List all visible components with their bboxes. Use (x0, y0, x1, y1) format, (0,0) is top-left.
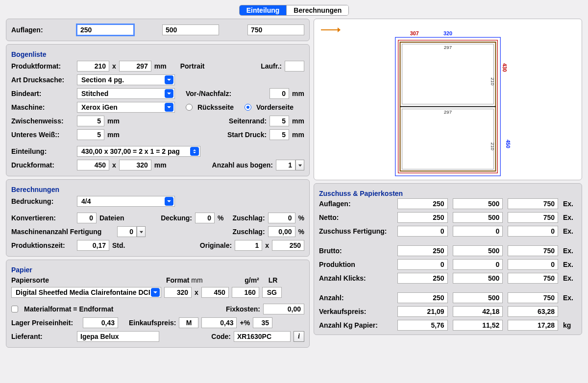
chevron-down-icon (165, 103, 173, 112)
pct-3: % (298, 228, 304, 236)
label-konvertieren: Konvertieren: (11, 214, 74, 222)
z_klicks-1[interactable] (397, 273, 448, 284)
checkbox-materialformat[interactable] (11, 306, 18, 312)
z_prod-2[interactable] (453, 259, 503, 270)
mm-5: mm (107, 131, 120, 139)
z_prod-3[interactable] (508, 259, 558, 270)
label-materialformat: Materialformat = Endformat (24, 305, 113, 313)
x-3: x (265, 241, 269, 249)
unit-z_fert: Ex. (563, 227, 577, 235)
tab-einteilung[interactable]: Einteilung (240, 5, 287, 15)
produktformat-w[interactable] (77, 61, 109, 72)
mfert-input[interactable] (117, 226, 137, 237)
panel-bogenliste: Bogenliste Produktformat: x mm Portrait … (6, 44, 310, 176)
lager-input[interactable] (83, 317, 118, 328)
mm-6: mm (292, 131, 304, 139)
z_prod-1[interactable] (397, 259, 448, 270)
info-button[interactable]: i (294, 331, 304, 342)
gsm-input[interactable] (232, 287, 259, 298)
einkauf-m[interactable] (179, 317, 198, 328)
z_anzahl-3[interactable] (508, 292, 558, 303)
stepper-button[interactable] (137, 226, 146, 237)
radio-vorderseite[interactable] (245, 104, 251, 111)
select-bedruckung[interactable]: 4/4 (77, 196, 175, 207)
z_auflagen-2[interactable] (453, 198, 503, 209)
z_kg-1[interactable] (397, 320, 448, 331)
label-einteilung: Einteilung: (11, 147, 74, 155)
druckformat-h[interactable] (119, 160, 151, 170)
unit-z_netto: Ex. (563, 214, 577, 221)
papierformat-w[interactable] (164, 287, 192, 298)
auflage-3-input[interactable] (247, 24, 304, 35)
select-maschine[interactable]: Xerox iGen (77, 102, 175, 113)
anzahl-bogen-input[interactable] (276, 160, 295, 170)
select-einteilung[interactable]: 430,00 x 307,00 = 2 x 1 = 2 pag (77, 146, 200, 157)
papierformat-h[interactable] (201, 287, 229, 298)
z_netto-2[interactable] (453, 212, 503, 223)
originale-b[interactable] (272, 240, 304, 251)
auflage-2-input[interactable] (162, 24, 219, 35)
z_anzahl-1[interactable] (397, 292, 448, 303)
z_brutto-2[interactable] (453, 245, 503, 256)
select-bindeart[interactable]: Stitched (77, 88, 175, 99)
z_netto-3[interactable] (508, 212, 558, 223)
laufr-input[interactable] (285, 61, 304, 72)
auflage-1-input[interactable] (77, 24, 134, 35)
deckung-input[interactable] (195, 213, 215, 223)
z_fert-1[interactable] (397, 226, 448, 237)
label-vorfalz: Vor-/Nachfalz: (186, 90, 231, 97)
unteres-input[interactable] (77, 129, 104, 140)
lieferant-input[interactable] (77, 331, 159, 342)
label-zuschlag2: Zuschlag: (232, 228, 265, 236)
seitenrand-input[interactable] (270, 116, 289, 126)
z_vk-1[interactable] (397, 306, 448, 317)
code-input[interactable] (234, 331, 291, 342)
label-z_prod: Produktion (319, 261, 392, 268)
fixkosten-input[interactable] (263, 304, 304, 314)
z_auflagen-1[interactable] (397, 198, 448, 209)
z_brutto-3[interactable] (508, 245, 558, 256)
einkauf-pct[interactable] (253, 317, 272, 328)
vorfalz-input[interactable] (270, 88, 289, 99)
lr-input[interactable] (262, 287, 282, 298)
z_netto-1[interactable] (397, 212, 448, 223)
startdruck-input[interactable] (270, 129, 289, 140)
label-lager: Lager Preiseinheit: (11, 319, 80, 327)
z_fert-2[interactable] (453, 226, 503, 237)
zwischen-input[interactable] (77, 116, 104, 126)
originale-a[interactable] (235, 240, 262, 251)
z_brutto-1[interactable] (397, 245, 448, 256)
label-druckformat: Druckformat: (11, 161, 74, 169)
z_kg-3[interactable] (508, 320, 558, 331)
z_kg-2[interactable] (453, 320, 503, 331)
z_klicks-3[interactable] (508, 273, 558, 284)
head-papiersorte: Papiersorte (11, 276, 163, 284)
produktformat-h[interactable] (119, 61, 151, 72)
label-z_netto: Netto: (319, 214, 392, 221)
label-maschine: Maschine: (11, 103, 74, 111)
chevron-down-icon (165, 197, 173, 206)
label-prodzeit: Produktionszeit: (11, 241, 74, 249)
z_fert-3[interactable] (508, 226, 558, 237)
konvertieren-input[interactable] (77, 213, 97, 223)
unit-z_anzahl: Ex. (563, 294, 577, 302)
z_vk-2[interactable] (453, 306, 503, 317)
label-z_brutto: Brutto: (319, 247, 392, 255)
select-art[interactable]: Section 4 pg. (77, 74, 175, 85)
zuschlag1-input[interactable] (268, 213, 295, 223)
label-bindeart: Bindeart: (11, 90, 74, 97)
druckformat-w[interactable] (77, 160, 109, 170)
z_klicks-2[interactable] (453, 273, 503, 284)
prodzeit-input[interactable] (77, 240, 109, 251)
tab-berechnungen[interactable]: Berechnungen (286, 5, 348, 15)
z_anzahl-2[interactable] (453, 292, 503, 303)
unit-z_klicks: Ex. (563, 274, 577, 282)
zuschlag2-input[interactable] (268, 226, 295, 237)
radio-rueckseite[interactable] (186, 104, 193, 111)
select-papiersorte[interactable]: Digital Sheetfed Media Clairefontaine DC… (11, 287, 161, 298)
z_auflagen-3[interactable] (508, 198, 558, 209)
z_vk-3[interactable] (508, 306, 558, 317)
section-berechnungen: Berechnungen (11, 186, 304, 193)
einkauf-input[interactable] (201, 317, 237, 328)
stepper-button[interactable] (295, 160, 304, 170)
